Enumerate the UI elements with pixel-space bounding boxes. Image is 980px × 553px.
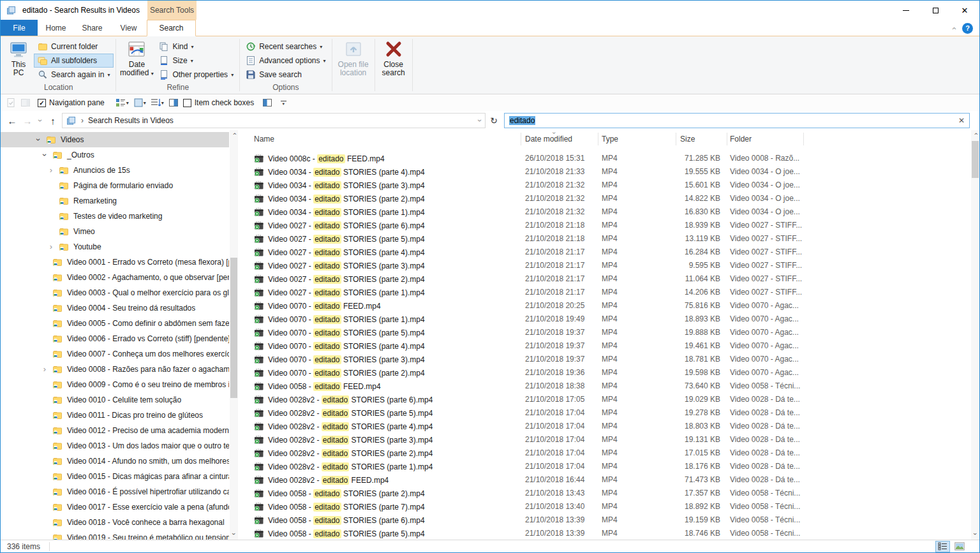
- file-row[interactable]: Video 0034 - editado STORIES (parte 1).m…: [244, 205, 970, 219]
- file-row[interactable]: Video 0028v2 - editado STORIES (parte 5)…: [244, 406, 970, 420]
- breadcrumb[interactable]: Search Results in Videos: [88, 116, 174, 125]
- advanced-options-button[interactable]: Advanced options ▾: [242, 54, 329, 68]
- column-header-name[interactable]: Name: [254, 135, 274, 144]
- address-bar[interactable]: › Search Results in Videos ›: [62, 113, 486, 128]
- tree-item[interactable]: Video 0002 - Agachamento, o que observar…: [1, 270, 229, 285]
- tree-item[interactable]: Video 0007 - Conheça um dos melhores exe…: [1, 346, 229, 362]
- search-again-button[interactable]: Search again in ▾: [34, 68, 114, 82]
- details-view-toggle[interactable]: [935, 541, 950, 552]
- details-pane-icon[interactable]: [20, 98, 31, 108]
- column-separator[interactable]: [521, 133, 521, 145]
- close-button[interactable]: ✕: [950, 1, 979, 20]
- column-header-date[interactable]: Date modified: [525, 135, 572, 144]
- dropdown-icon[interactable]: ▾: [126, 100, 129, 106]
- tree-item[interactable]: Video 0013 - Um dos lados maior que o ou…: [1, 438, 229, 453]
- column-header-size[interactable]: Size: [680, 135, 695, 144]
- file-row[interactable]: Video 0028v2 - editado STORIES (parte 1)…: [244, 460, 970, 473]
- tree-item[interactable]: ›Anuncios de 15s: [1, 163, 229, 178]
- scroll-up-icon[interactable]: ›: [971, 130, 979, 140]
- tree-item[interactable]: ›_Outros: [1, 147, 229, 163]
- file-row[interactable]: Video 0058 - editado STORIES (parte 5).m…: [244, 527, 970, 540]
- address-dropdown-button[interactable]: ›: [479, 116, 481, 125]
- back-button[interactable]: ←: [4, 115, 20, 126]
- tree-item[interactable]: ›Video 0008 - Razões para não fazer o ag…: [1, 362, 229, 377]
- chevron-collapsed-icon[interactable]: ›: [47, 243, 55, 251]
- tree-item[interactable]: Video 0016 - É possível hipertrofiar uti…: [1, 484, 229, 499]
- dropdown-icon[interactable]: ▾: [161, 100, 164, 106]
- navigation-pane-checkbox[interactable]: ✓: [38, 99, 46, 107]
- save-search-button[interactable]: Save search: [242, 68, 329, 82]
- file-row[interactable]: Video 0034 - editado STORIES (parte 2).m…: [244, 192, 970, 205]
- scroll-down-icon[interactable]: ›: [971, 530, 979, 540]
- file-row[interactable]: Video 0027 - editado STORIES (parte 3).m…: [244, 259, 970, 272]
- tree-item[interactable]: Video 0018 - Você conhece a barra hexago…: [1, 515, 229, 530]
- list-scrollbar[interactable]: › ›: [971, 130, 979, 540]
- close-search-button[interactable]: Close search: [377, 36, 410, 94]
- file-row[interactable]: Video 0028v2 - editado STORIES (parte 3)…: [244, 433, 970, 446]
- column-separator[interactable]: [803, 133, 804, 145]
- tree-item[interactable]: Video 0005 - Como definir o abdômen sem …: [1, 316, 229, 331]
- hide-selected-pane-icon[interactable]: [262, 98, 272, 108]
- recent-searches-button[interactable]: Recent searches ▾: [242, 40, 329, 54]
- tree-item[interactable]: Video 0011 - Dicas pro treino de glúteos: [1, 408, 229, 423]
- scroll-down-icon[interactable]: ›: [230, 530, 238, 540]
- sort-pane-icon[interactable]: [168, 98, 179, 108]
- column-separator[interactable]: [727, 133, 727, 145]
- tab-view[interactable]: View: [110, 20, 147, 36]
- tree-item[interactable]: Video 0003 - Qual o melhor exercício par…: [1, 285, 229, 300]
- tree-item[interactable]: Remarketing: [1, 193, 229, 209]
- file-row[interactable]: Video 0028v2 - editado STORIES (parte 2)…: [244, 446, 970, 460]
- collapse-ribbon-button[interactable]: ›: [952, 24, 954, 33]
- tree-item[interactable]: Video 0004 - Seu treino dá resultados: [1, 300, 229, 316]
- recent-locations-button[interactable]: ›: [35, 116, 45, 125]
- file-row[interactable]: Video 0027 - editado STORIES (parte 2).m…: [244, 272, 970, 286]
- help-button[interactable]: ?: [962, 23, 973, 34]
- file-row[interactable]: Video 0027 - editado STORIES (parte 1).m…: [244, 286, 970, 299]
- tree-item[interactable]: Video 0012 - Preciso de uma academia mod…: [1, 423, 229, 438]
- tree-item[interactable]: Video 0019 - Seu treino é metabólico ou …: [1, 530, 229, 540]
- clear-search-icon[interactable]: ✕: [958, 116, 965, 125]
- size-button[interactable]: Size ▾: [155, 54, 237, 68]
- file-row[interactable]: Video 0058 - editado STORIES (parte 7).m…: [244, 500, 970, 513]
- tree-item[interactable]: Vimeo: [1, 224, 229, 239]
- item-check-boxes-checkbox[interactable]: [183, 99, 191, 107]
- column-separator[interactable]: [598, 133, 598, 145]
- refresh-button[interactable]: ↻: [486, 115, 502, 126]
- tab-search[interactable]: Search: [147, 20, 196, 36]
- file-row[interactable]: Video 0070 - editado STORIES (parte 3).m…: [244, 353, 970, 366]
- chevron-expanded-icon[interactable]: ›: [34, 136, 42, 144]
- tree-item[interactable]: Video 0014 - Afundo no smith, um dos mel…: [1, 453, 229, 469]
- file-row[interactable]: Video 0027 - editado STORIES (parte 5).m…: [244, 232, 970, 246]
- file-row[interactable]: Video 0070 - editado STORIES (parte 1).m…: [244, 313, 970, 326]
- tree-scrollbar-thumb[interactable]: [230, 258, 237, 398]
- file-row[interactable]: Video 0034 - editado STORIES (parte 3).m…: [244, 179, 970, 192]
- file-row[interactable]: Video 0070 - editado STORIES (parte 2).m…: [244, 366, 970, 380]
- search-input[interactable]: editado ✕: [504, 113, 970, 128]
- chevron-collapsed-icon[interactable]: ›: [41, 365, 48, 373]
- chevron-expanded-icon[interactable]: ›: [41, 151, 48, 159]
- this-pc-button[interactable]: This PC: [3, 36, 34, 83]
- current-folder-button[interactable]: Current folder: [34, 40, 114, 54]
- column-header-folder[interactable]: Folder: [730, 135, 752, 144]
- all-subfolders-button[interactable]: All subfolders: [34, 54, 114, 68]
- toolbar-options-icon[interactable]: ▾: [279, 101, 287, 105]
- file-row[interactable]: Video 0028v2 - editado FEED.mp421/10/201…: [244, 473, 970, 487]
- item-check-boxes-label[interactable]: Item check boxes: [195, 98, 254, 107]
- navigation-pane-label[interactable]: Navigation pane: [49, 98, 105, 107]
- tree-item[interactable]: Testes de video marketing: [1, 209, 229, 224]
- contextual-tab-search-tools[interactable]: Search Tools: [147, 1, 197, 20]
- scroll-up-icon[interactable]: ›: [230, 130, 238, 140]
- tree-item[interactable]: Video 0010 - Celulite tem solução: [1, 392, 229, 408]
- list-scrollbar-thumb[interactable]: [972, 141, 979, 178]
- other-properties-button[interactable]: Other properties ▾: [155, 68, 237, 82]
- tree-item[interactable]: ›Videos: [1, 132, 229, 147]
- large-icons-view-icon[interactable]: [133, 98, 144, 108]
- minimize-button[interactable]: [891, 1, 921, 20]
- preview-pane-icon[interactable]: [6, 98, 16, 108]
- file-row[interactable]: Video 0070 - editado STORIES (parte 4).m…: [244, 339, 970, 353]
- file-row[interactable]: Video 0008c - editado FEED.mp426/10/2018…: [244, 152, 970, 165]
- column-header-type[interactable]: Type: [602, 135, 618, 144]
- date-modified-button[interactable]: Date modified ▾: [118, 36, 155, 83]
- file-row[interactable]: Video 0070 - editado STORIES (parte 5).m…: [244, 326, 970, 339]
- tree-scrollbar[interactable]: › ›: [230, 130, 238, 540]
